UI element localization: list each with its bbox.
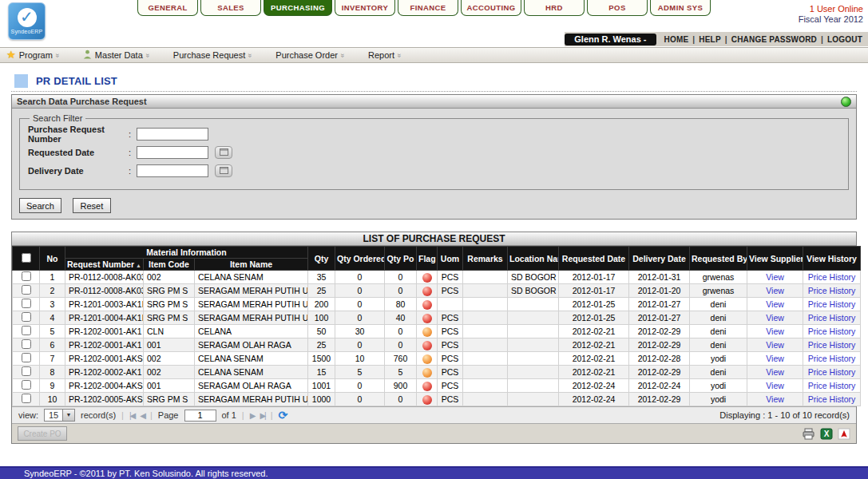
cell-view-supplier: View — [747, 379, 803, 393]
table-footer: Create PO X — [12, 423, 856, 443]
calendar-icon[interactable] — [215, 164, 232, 177]
search-actions: Search Reset — [19, 198, 849, 213]
price-history-link[interactable]: Price History — [808, 272, 856, 282]
cell-request-number: PR-1202-0001-AK1 — [65, 338, 144, 352]
tab-sales[interactable]: SALES — [200, 0, 261, 16]
view-supplier-link[interactable]: View — [766, 286, 784, 295]
row-checkbox[interactable] — [22, 299, 31, 308]
row-checkbox[interactable] — [22, 339, 31, 349]
price-history-link[interactable]: Price History — [808, 327, 856, 336]
flag-red-icon — [422, 314, 432, 323]
cell-no: 4 — [40, 311, 65, 325]
row-checkbox[interactable] — [22, 312, 31, 322]
cell-request-number: PR-0112-0008-AK03 — [65, 284, 144, 298]
refresh-icon[interactable]: ⟳ — [279, 410, 288, 421]
reset-button[interactable]: Reset — [73, 198, 111, 213]
search-field-row: Delivery Date: — [28, 161, 840, 180]
tab-general[interactable]: GENERAL — [137, 0, 198, 16]
tab-inventory[interactable]: INVENTORY — [335, 0, 395, 16]
table-row: 9PR-1202-0004-AKSP001SERAGAM OLAH RAGA10… — [13, 379, 861, 393]
row-checkbox[interactable] — [22, 285, 31, 295]
field-input-purchase-request-number[interactable] — [137, 128, 208, 141]
user-link-home[interactable]: HOME — [663, 35, 691, 44]
cell-request-number: PR-1202-0001-AK1 — [65, 325, 144, 338]
printer-icon[interactable] — [802, 428, 815, 440]
cell-qty: 1000 — [308, 393, 335, 406]
tab-purchasing[interactable]: PURCHASING — [264, 0, 332, 16]
current-user-button[interactable]: Glenn R. Wenas - — [565, 34, 656, 46]
menu-item-label: Purchase Request — [173, 50, 246, 60]
view-supplier-link[interactable]: View — [766, 381, 784, 390]
create-po-button[interactable]: Create PO — [18, 426, 67, 441]
view-supplier-link[interactable]: View — [766, 313, 784, 323]
cell-view-history: Price History — [803, 379, 861, 393]
menu-item-purchase-order[interactable]: Purchase Order» — [275, 50, 344, 60]
menu-item-program[interactable]: ★Program» — [6, 50, 59, 60]
view-supplier-link[interactable]: View — [766, 299, 784, 309]
cell-flag — [417, 271, 438, 284]
calendar-icon[interactable] — [215, 146, 232, 159]
search-fields: Purchase Request Number:Requested Date:D… — [28, 125, 840, 180]
field-input-delivery-date[interactable] — [137, 164, 208, 177]
green-status-circle-icon[interactable] — [841, 97, 851, 107]
field-input-requested-date[interactable] — [137, 146, 208, 159]
cell-requested-date: 2012-01-17 — [559, 271, 629, 284]
row-checkbox[interactable] — [22, 271, 31, 281]
tab-pos[interactable]: POS — [587, 0, 648, 16]
page-number-input[interactable] — [184, 410, 216, 422]
next-page-button[interactable]: ▶ — [250, 411, 255, 420]
view-supplier-link[interactable]: View — [766, 272, 784, 282]
cell-location-name: SD BOGOR — [508, 271, 559, 284]
cell-view-supplier: View — [747, 298, 803, 311]
cell-requested-date: 2012-02-21 — [559, 352, 629, 366]
cell-delivery-date: 2012-02-29 — [629, 393, 690, 406]
menu-item-report[interactable]: Report» — [368, 50, 401, 60]
menu-item-label: Report — [368, 50, 394, 60]
col-item-name: Item Name — [195, 259, 308, 271]
user-link-change-password[interactable]: CHANGE PASSWORD — [730, 35, 818, 44]
price-history-link[interactable]: Price History — [808, 286, 856, 295]
select-all-checkbox[interactable] — [22, 253, 31, 263]
view-supplier-link[interactable]: View — [766, 394, 784, 404]
price-history-link[interactable]: Price History — [808, 381, 856, 390]
search-button[interactable]: Search — [19, 198, 61, 213]
tab-accouting[interactable]: ACCOUTING — [461, 0, 521, 16]
row-checkbox[interactable] — [22, 366, 31, 376]
user-link-logout[interactable]: LOGOUT — [826, 35, 864, 44]
row-checkbox[interactable] — [22, 380, 31, 390]
menu-item-purchase-request[interactable]: Purchase Request» — [173, 50, 252, 60]
user-link-help[interactable]: HELP — [697, 35, 722, 44]
cell-view-history: Price History — [803, 325, 861, 338]
first-page-button[interactable]: |◀ — [129, 411, 134, 420]
view-supplier-link[interactable]: View — [766, 367, 784, 377]
view-supplier-link[interactable]: View — [766, 340, 784, 350]
last-page-button[interactable]: ▶| — [260, 411, 264, 420]
excel-icon[interactable]: X — [819, 428, 833, 440]
price-history-link[interactable]: Price History — [808, 394, 856, 404]
col-flag: Flag — [417, 247, 438, 271]
view-supplier-link[interactable]: View — [766, 327, 784, 336]
view-supplier-link[interactable]: View — [766, 354, 784, 363]
row-checkbox[interactable] — [22, 326, 31, 335]
price-history-link[interactable]: Price History — [808, 299, 856, 309]
menu-item-master-data[interactable]: Master Data» — [83, 49, 149, 61]
pdf-icon[interactable] — [837, 428, 850, 440]
cell-view-history: Price History — [803, 366, 861, 379]
price-history-link[interactable]: Price History — [808, 313, 856, 323]
flag-red-icon — [422, 287, 432, 296]
cell-no: 3 — [40, 298, 65, 311]
col-request-number[interactable]: Request Number▲ — [65, 259, 144, 271]
prev-page-button[interactable]: ◀ — [140, 411, 145, 420]
price-history-link[interactable]: Price History — [808, 367, 856, 377]
tab-hrd[interactable]: HRD — [524, 0, 585, 16]
chevron-down-icon: » — [339, 53, 347, 57]
price-history-link[interactable]: Price History — [808, 340, 856, 350]
tab-finance[interactable]: FINANCE — [398, 0, 458, 16]
price-history-link[interactable]: Price History — [808, 354, 856, 363]
row-checkbox[interactable] — [22, 353, 31, 362]
tab-admin-sys[interactable]: ADMIN SYS — [650, 0, 711, 16]
divider — [11, 91, 857, 92]
row-checkbox[interactable] — [22, 394, 31, 403]
chevron-down-icon: » — [144, 53, 152, 57]
page-size-select[interactable]: 15 ▼ — [44, 409, 75, 422]
